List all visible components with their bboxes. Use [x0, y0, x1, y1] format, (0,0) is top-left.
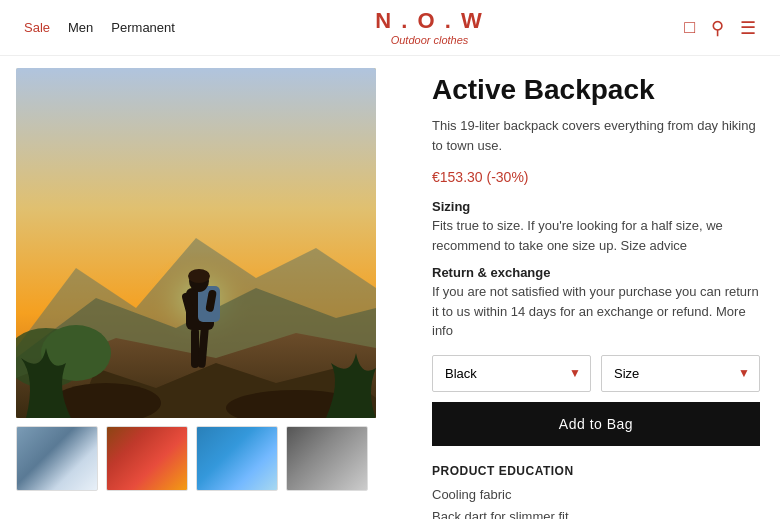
bag-icon[interactable]: □ — [684, 17, 695, 38]
size-selector-wrap: Size S M L XL ▼ — [601, 355, 760, 392]
thumbnail-row — [16, 426, 408, 491]
size-selector[interactable]: Size S M L XL — [601, 355, 760, 392]
nav-men[interactable]: Men — [68, 20, 93, 35]
product-price: €153.30 (-30%) — [432, 169, 760, 185]
logo[interactable]: N . O . W Outdoor clothes — [375, 9, 483, 45]
nav-permanent[interactable]: Permanent — [111, 20, 175, 35]
color-selector[interactable]: Black Blue Red — [432, 355, 591, 392]
main-content: Active Backpack This 19-liter backpack c… — [0, 56, 780, 519]
education-item-1: Cooling fabric — [432, 484, 760, 506]
return-section: Return & exchange If you are not satisfi… — [432, 265, 760, 341]
thumbnail-1[interactable] — [16, 426, 98, 491]
return-text: If you are not satisfied with your purch… — [432, 282, 760, 341]
sizing-text: Fits true to size. If you're looking for… — [432, 216, 760, 255]
svg-rect-8 — [191, 328, 199, 368]
svg-point-15 — [188, 269, 210, 283]
color-selector-wrap: Black Blue Red ▼ — [432, 355, 591, 392]
product-details: Active Backpack This 19-liter backpack c… — [420, 56, 780, 519]
sizing-label: Sizing — [432, 199, 760, 214]
menu-icon[interactable]: ☰ — [740, 17, 756, 39]
thumbnail-2[interactable] — [106, 426, 188, 491]
education-item-2: Back dart for slimmer fit — [432, 506, 760, 519]
thumbnail-4[interactable] — [286, 426, 368, 491]
brand-tagline: Outdoor clothes — [375, 34, 483, 46]
brand-name: N . O . W — [375, 9, 483, 33]
add-to-bag-button[interactable]: Add to Bag — [432, 402, 760, 446]
main-nav: Sale Men Permanent — [24, 20, 175, 35]
nav-sale[interactable]: Sale — [24, 20, 50, 35]
product-title: Active Backpack — [432, 74, 760, 106]
product-description: This 19-liter backpack covers everything… — [432, 116, 760, 155]
search-icon[interactable]: ⚲ — [711, 17, 724, 39]
thumbnail-3[interactable] — [196, 426, 278, 491]
product-images — [0, 56, 420, 519]
main-product-image — [16, 68, 376, 418]
header-icons: □ ⚲ ☰ — [684, 17, 756, 39]
sizing-section: Sizing Fits true to size. If you're look… — [432, 199, 760, 255]
product-selectors: Black Blue Red ▼ Size S M L XL ▼ — [432, 355, 760, 392]
return-label: Return & exchange — [432, 265, 760, 280]
education-title: PRODUCT EDUCATION — [432, 464, 760, 478]
header: Sale Men Permanent N . O . W Outdoor clo… — [0, 0, 780, 56]
product-education: PRODUCT EDUCATION Cooling fabric Back da… — [432, 464, 760, 520]
